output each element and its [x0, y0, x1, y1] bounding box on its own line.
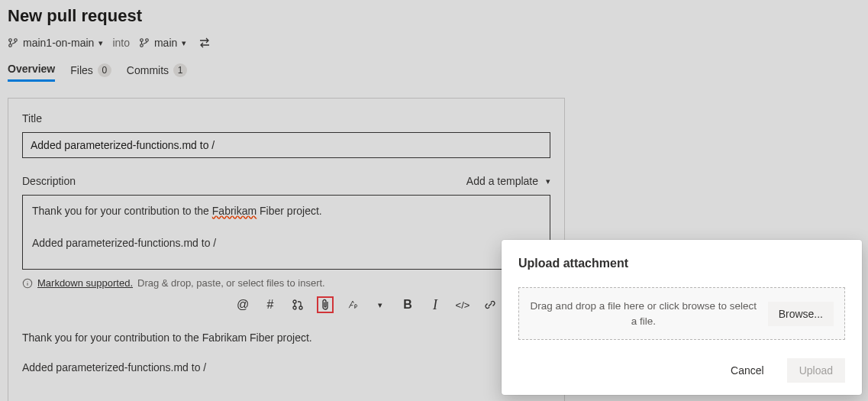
dropzone-text: Drag and drop a file here or click brows… [530, 299, 757, 328]
help-text: Drag & drop, paste, or select files to i… [137, 277, 325, 289]
tab-overview[interactable]: Overview [8, 63, 55, 82]
desc-text: Fiber project. [257, 205, 322, 217]
svg-point-2 [15, 39, 18, 42]
svg-point-3 [140, 39, 144, 42]
swap-branches-icon[interactable] [198, 37, 211, 48]
link-button[interactable] [482, 296, 499, 313]
source-branch-selector[interactable]: main1-on-main ▾ [8, 37, 103, 49]
tab-commits[interactable]: Commits 1 [127, 63, 187, 82]
branch-selector-row: main1-on-main ▾ into main ▾ [8, 37, 860, 49]
commits-count-badge: 1 [173, 63, 187, 77]
into-label: into [109, 37, 133, 49]
tab-label: Commits [127, 64, 169, 76]
tab-label: Overview [8, 63, 55, 75]
target-branch-name: main [154, 37, 177, 49]
svg-point-5 [146, 39, 149, 42]
spellcheck-word: Fabrikam [212, 205, 257, 217]
description-label: Description [22, 175, 76, 187]
files-count-badge: 0 [98, 63, 111, 77]
file-dropzone[interactable]: Drag and drop a file here or click brows… [518, 287, 845, 340]
dialog-actions: Cancel Upload [518, 358, 845, 383]
markdown-supported-link[interactable]: Markdown supported. [37, 277, 133, 289]
upload-attachment-dialog: Upload attachment Drag and drop a file h… [502, 240, 862, 395]
svg-point-10 [299, 306, 302, 309]
italic-button[interactable]: I [427, 296, 444, 313]
desc-text: Added parameterized-functions.md to / [32, 237, 216, 249]
svg-point-1 [9, 44, 12, 47]
svg-point-9 [293, 306, 296, 309]
branch-icon [139, 37, 150, 48]
info-icon [22, 278, 33, 289]
upload-button[interactable]: Upload [787, 358, 845, 383]
dialog-title: Upload attachment [518, 257, 845, 270]
markdown-toolbar: @ # ▾ B I </> [22, 296, 550, 313]
description-preview: Thank you for your contribution to the F… [22, 330, 550, 376]
tab-label: Files [70, 64, 93, 76]
preview-paragraph: Added parameterized-functions.md to / [22, 360, 550, 376]
preview-paragraph: Thank you for your contribution to the F… [22, 330, 550, 346]
browse-button[interactable]: Browse... [768, 302, 834, 326]
markdown-help-row: Markdown supported. Drag & drop, paste, … [22, 277, 550, 289]
pull-request-button[interactable] [289, 296, 306, 313]
title-input[interactable] [22, 132, 550, 158]
desc-text: Thank you for your contribution to the [32, 205, 212, 217]
svg-point-0 [9, 39, 12, 42]
heading-dropdown[interactable]: ▾ [372, 296, 389, 313]
work-item-button[interactable]: # [262, 296, 279, 313]
heading-button[interactable] [344, 296, 361, 313]
description-textarea[interactable]: Thank you for your contribution to the F… [22, 195, 550, 270]
mention-button[interactable]: @ [234, 296, 251, 313]
svg-point-4 [140, 44, 144, 47]
add-template-label: Add a template [466, 175, 538, 187]
page-title: New pull request [8, 6, 860, 26]
target-branch-selector[interactable]: main ▾ [139, 37, 186, 49]
attach-file-button[interactable] [317, 296, 334, 313]
title-label: Title [22, 112, 550, 125]
bold-button[interactable]: B [399, 296, 416, 313]
cancel-button[interactable]: Cancel [718, 358, 776, 383]
pr-tabs: Overview Files 0 Commits 1 [8, 63, 860, 82]
source-branch-name: main1-on-main [23, 37, 94, 49]
svg-point-8 [293, 300, 296, 303]
chevron-down-icon: ▾ [546, 176, 550, 186]
code-button[interactable]: </> [454, 296, 471, 313]
pr-form-panel: Title Description Add a template ▾ Thank… [8, 98, 565, 401]
tab-files[interactable]: Files 0 [70, 63, 111, 82]
chevron-down-icon: ▾ [182, 38, 186, 48]
branch-icon [8, 37, 18, 48]
chevron-down-icon: ▾ [98, 38, 103, 48]
add-template-dropdown[interactable]: Add a template ▾ [466, 175, 550, 187]
